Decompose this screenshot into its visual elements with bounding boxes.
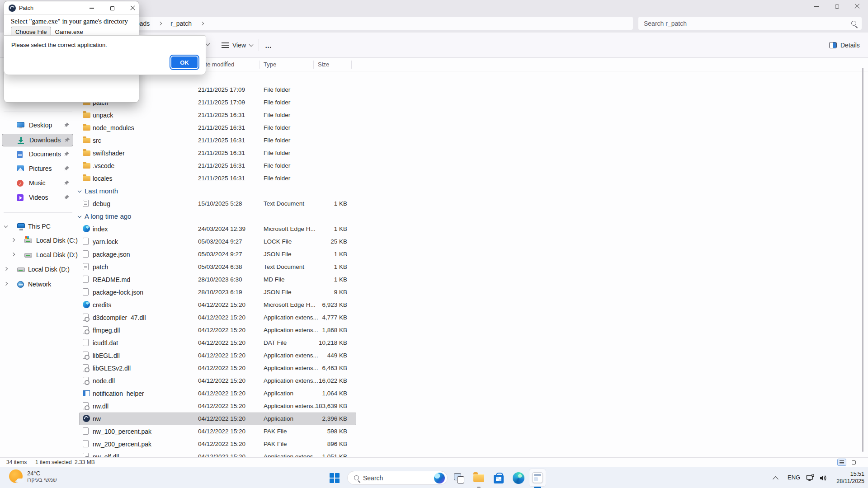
file-row[interactable]: locales21/11/2025 16:31File folder: [77, 172, 868, 185]
view-button[interactable]: View: [218, 38, 256, 52]
file-row[interactable]: icudtl.dat04/12/2022 15:20DAT File10,218…: [77, 337, 868, 349]
file-row[interactable]: node.dll04/12/2022 15:20Application exte…: [77, 375, 868, 387]
file-row[interactable]: libGLESv2.dll04/12/2022 15:20Application…: [77, 362, 868, 375]
file-row[interactable]: patch21/11/2025 17:09File folder: [77, 96, 868, 109]
tree-item-local-disk-d-[interactable]: Local Disk (D:): [0, 263, 77, 276]
column-separator[interactable]: [313, 61, 314, 69]
group-header[interactable]: A long time ago: [77, 210, 868, 223]
group-header[interactable]: Last month: [77, 185, 868, 197]
sidebar-item-documents[interactable]: Documents: [0, 148, 77, 161]
search-input[interactable]: Search r_patch: [638, 17, 862, 30]
start-button[interactable]: [328, 471, 341, 485]
column-type[interactable]: Type: [264, 61, 276, 68]
tree-item-network[interactable]: Network: [0, 278, 77, 291]
file-row[interactable]: d3dcompiler_47.dll04/12/2022 15:20Applic…: [77, 311, 868, 324]
file-size: 183,639 KB: [284, 403, 347, 409]
task-view-button[interactable]: [452, 471, 466, 485]
file-row[interactable]: notification_helper04/12/2022 15:20Appli…: [77, 387, 868, 400]
minimize-button[interactable]: [807, 0, 826, 13]
file-row[interactable]: package.json05/03/2024 9:27JSON File1 KB: [77, 248, 868, 261]
page-file-icon: [83, 339, 89, 346]
dialog-minimize-button[interactable]: [86, 3, 97, 13]
textdoc-file-icon: [83, 200, 89, 207]
dialog-maximize-button[interactable]: [107, 3, 118, 13]
tree-item-local-disk-d-[interactable]: Local Disk (D:): [0, 249, 77, 262]
sidebar-item-desktop[interactable]: Desktop: [0, 119, 77, 132]
file-row[interactable]: nw_200_percent.pak04/12/2022 15:20PAK Fi…: [77, 438, 868, 450]
file-name: node_modules: [93, 124, 134, 131]
tree-item-this-pc[interactable]: This PC: [0, 221, 77, 233]
file-row[interactable]: nw.dll04/12/2022 15:20Application extens…: [77, 400, 868, 413]
restore-button[interactable]: [828, 0, 846, 13]
chevron-right-icon[interactable]: [11, 253, 15, 256]
file-row[interactable]: swiftshader21/11/2025 16:31File folder: [77, 147, 868, 160]
pin-icon: [65, 137, 70, 143]
taskbar-search-label: Search: [363, 474, 383, 482]
file-row[interactable]: ffmpeg.dll04/12/2022 15:20Application ex…: [77, 324, 868, 337]
file-row[interactable]: src21/11/2025 16:31File folder: [77, 134, 868, 147]
hidden-icons-button[interactable]: [769, 471, 782, 485]
file-row[interactable]: package-lock.json28/10/2023 6:19JSON Fil…: [77, 286, 868, 299]
column-separator[interactable]: [351, 61, 352, 69]
large-icons-view-toggle[interactable]: [849, 459, 858, 466]
file-explorer-taskbar-button[interactable]: [472, 471, 486, 485]
page-file-icon: [83, 238, 89, 245]
weather-widget[interactable]: 24°C שמשי בעיקרו: [9, 469, 57, 483]
sidebar-item-label: Downloads: [29, 136, 61, 144]
more-options-button[interactable]: …: [261, 38, 276, 52]
edge-taskbar-button[interactable]: [512, 471, 525, 485]
file-row[interactable]: libEGL.dll04/12/2022 15:20Application ex…: [77, 349, 868, 362]
file-row-selected[interactable]: nw04/12/2022 15:20Application2,396 KB: [77, 413, 868, 425]
restore-icon: [835, 5, 839, 9]
dll-file-icon: [83, 326, 89, 333]
file-row[interactable]: patch05/03/2024 6:38Text Document1 KB: [77, 261, 868, 273]
search-icon: [851, 21, 856, 26]
network-tray-button[interactable]: [804, 471, 817, 485]
chevron-right-icon[interactable]: [11, 238, 15, 242]
file-row[interactable]: debug15/10/2025 5:28Text Document1 KB: [77, 197, 868, 210]
file-row[interactable]: yarn.lock05/03/2024 9:27LOCK File25 KB: [77, 235, 868, 248]
file-name: package-lock.json: [93, 289, 143, 296]
file-row[interactable]: .vscode21/11/2025 16:31File folder: [77, 160, 868, 172]
breadcrumb[interactable]: Downloadsr_patch: [113, 17, 633, 30]
sidebar-item-pictures[interactable]: Pictures: [0, 163, 77, 175]
column-size[interactable]: Size: [318, 61, 329, 68]
breadcrumb-item[interactable]: r_patch: [170, 20, 192, 27]
ok-button[interactable]: OK: [170, 56, 198, 69]
file-row[interactable]: nw_elf.dll04/12/2022 15:20Application ex…: [77, 450, 868, 457]
taskbar-search[interactable]: Search: [347, 471, 448, 485]
file-size: 1,064 KB: [284, 390, 347, 397]
file-date-modified: 04/12/2022 15:20: [198, 390, 245, 397]
file-type: File folder: [264, 99, 290, 106]
file-row[interactable]: node_modules21/11/2025 16:31File folder: [77, 122, 868, 134]
chevron-right-icon[interactable]: [4, 282, 8, 286]
sort-dropdown-chevron-icon[interactable]: [206, 42, 210, 46]
microsoft-store-button[interactable]: [492, 471, 505, 485]
file-row[interactable]: 21/11/2025 17:09File folder: [77, 84, 868, 96]
close-button[interactable]: [848, 0, 866, 13]
sidebar-item-music[interactable]: ♪Music: [0, 177, 77, 190]
details-label: Details: [840, 42, 860, 49]
patch-app-taskbar-button[interactable]: [529, 469, 546, 487]
sidebar-item-videos[interactable]: Videos: [0, 192, 77, 204]
vertical-scrollbar[interactable]: [862, 68, 863, 452]
file-row[interactable]: credits04/12/2022 15:20Microsoft Edge H.…: [77, 299, 868, 311]
tree-item-local-disk-c-[interactable]: Local Disk (C:): [0, 235, 77, 247]
dialog-close-button[interactable]: [127, 3, 138, 13]
column-separator[interactable]: [259, 61, 259, 69]
chevron-right-icon: [158, 21, 162, 25]
file-row[interactable]: nw_100_percent.pak04/12/2022 15:20PAK Fi…: [77, 425, 868, 438]
chevron-down-icon[interactable]: [4, 224, 8, 228]
patch-dialog: Patch Select "game.exe" in your game's d…: [4, 1, 139, 103]
details-view-toggle[interactable]: [837, 459, 846, 466]
details-pane-toggle[interactable]: Details: [826, 38, 863, 52]
sidebar-item-downloads[interactable]: Downloads: [2, 134, 73, 146]
file-row[interactable]: unpack21/11/2025 16:31File folder: [77, 109, 868, 122]
chevron-right-icon[interactable]: [4, 267, 8, 271]
language-indicator[interactable]: ENG: [788, 474, 800, 481]
file-row[interactable]: index24/03/2024 12:39Microsoft Edge H...…: [77, 223, 868, 235]
file-list: 21/11/2025 17:09File folderpatch21/11/20…: [77, 71, 868, 457]
clock[interactable]: 15:51 28/11/2025: [828, 470, 864, 485]
edge-file-icon: [83, 301, 90, 308]
file-row[interactable]: README.md28/10/2023 6:30MD File1 KB: [77, 273, 868, 286]
